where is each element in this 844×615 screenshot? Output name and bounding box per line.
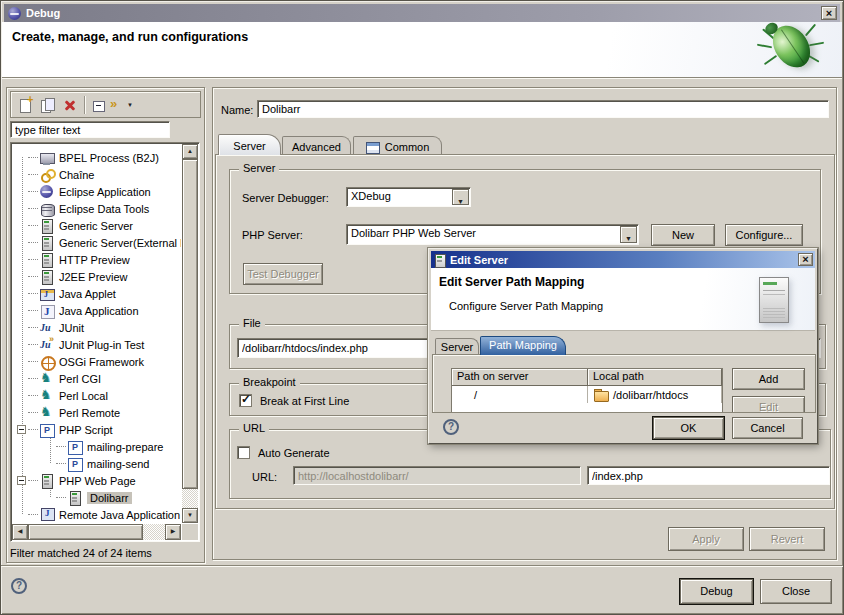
mapping-column-header[interactable]: Path on server <box>452 369 588 386</box>
php-server-select[interactable]: Dolibarr PHP Web Server <box>346 224 639 245</box>
path-mapping-table[interactable]: Path on serverLocal path //dolibarr/htdo… <box>451 368 723 413</box>
tree-item-j2ee-preview[interactable]: J2EE Preview <box>12 268 181 285</box>
edit-mapping-button: Edit <box>732 396 805 413</box>
tree-connector <box>28 412 38 413</box>
tree-item-junit[interactable]: JUnit <box>12 319 181 336</box>
tree-item-label: Eclipse Application <box>59 186 151 198</box>
applet-icon <box>39 286 55 302</box>
duplicate-launch-configuration-button[interactable] <box>37 95 59 115</box>
window-titlebar[interactable]: Debug × <box>4 4 840 22</box>
tree-item-mailing-prepare[interactable]: mailing-prepare <box>12 438 181 455</box>
tab-label: Path Mapping <box>489 339 557 351</box>
toolbar-separator <box>84 96 85 114</box>
tree-item-junit-plug-in-test[interactable]: JUnit Plug-in Test <box>12 336 181 353</box>
debug-button[interactable]: Debug <box>680 579 753 604</box>
filter-launch-configurations-icon <box>109 97 125 113</box>
tree-item-php-web-page[interactable]: PHP Web Page <box>12 472 181 489</box>
add-mapping-button[interactable]: Add <box>732 368 805 390</box>
collapse-all-button[interactable] <box>88 95 110 115</box>
mapping-row[interactable]: //dolibarr/htdocs <box>452 386 722 403</box>
vertical-scroll-thumb[interactable] <box>182 159 198 489</box>
auto-generate-checkbox[interactable] <box>237 446 250 459</box>
tree-item-remote-java-application[interactable]: Remote Java Application <box>12 506 181 523</box>
edit-server-titlebar[interactable]: Edit Server × <box>431 251 815 268</box>
break-first-line-checkbox[interactable] <box>239 394 252 407</box>
new-server-button[interactable]: New <box>651 224 715 246</box>
delete-launch-configuration-button[interactable] <box>59 95 81 115</box>
tree-vertical-scrollbar[interactable]: ▲ ▼ <box>182 144 198 523</box>
tree-item-cha-ne[interactable]: Chaîne <box>12 166 181 183</box>
tab-server[interactable]: Server <box>435 338 479 355</box>
debug-dialog-window: Debug × Create, manage, and run configur… <box>0 0 844 615</box>
tree-connector <box>56 446 66 447</box>
tab-common[interactable]: Common <box>353 136 442 155</box>
tree-item-osgi-framework[interactable]: OSGi Framework <box>12 353 181 370</box>
tree-item-perl-cgi[interactable]: Perl CGI <box>12 370 181 387</box>
scroll-left-icon[interactable]: ◀ <box>12 524 28 540</box>
server-icon <box>39 473 55 489</box>
ok-button[interactable]: OK <box>653 417 724 439</box>
mapping-column-header[interactable]: Local path <box>588 369 722 386</box>
scroll-right-icon[interactable]: ▶ <box>165 524 181 540</box>
tree-item-label: PHP Web Page <box>59 475 136 487</box>
close-dialog-icon[interactable]: × <box>798 253 813 266</box>
bpel-icon <box>39 150 55 166</box>
close-button[interactable]: Close <box>760 579 832 604</box>
server-debugger-value: XDebug <box>351 190 391 202</box>
dropdown-arrow-icon[interactable] <box>127 102 133 108</box>
tree-item-dolibarr[interactable]: Dolibarr <box>12 489 181 506</box>
tree-item-php-script[interactable]: PHP Script <box>12 421 181 438</box>
file-group-label: File <box>239 317 265 329</box>
configuration-tree: BPEL Process (B2J)ChaîneEclipse Applicat… <box>10 142 200 542</box>
filter-launch-configurations-button[interactable] <box>110 95 132 115</box>
tab-advanced[interactable]: Advanced <box>282 136 351 155</box>
cancel-button[interactable]: Cancel <box>732 417 803 439</box>
tree-item-perl-local[interactable]: Perl Local <box>12 387 181 404</box>
chevron-down-icon[interactable] <box>620 226 637 243</box>
configure-server-button[interactable]: Configure... <box>725 224 803 246</box>
tree-item-label: Dolibarr <box>87 492 132 504</box>
horizontal-scroll-thumb[interactable] <box>28 524 143 540</box>
osgi-icon <box>39 354 55 370</box>
tree-item-java-application[interactable]: Java Application <box>12 302 181 319</box>
tree-item-perl-remote[interactable]: Perl Remote <box>12 404 181 421</box>
tab-label: Advanced <box>292 141 341 153</box>
url-label: URL: <box>252 471 277 483</box>
help-icon[interactable]: ? <box>11 578 27 594</box>
close-window-icon[interactable]: × <box>821 6 837 20</box>
tab-path-mapping[interactable]: Path Mapping <box>480 336 566 355</box>
scroll-down-icon[interactable]: ▼ <box>182 508 198 523</box>
apply-button: Apply <box>668 527 744 551</box>
editor-tabs: ServerAdvancedCommon <box>213 134 836 155</box>
tree-connector <box>28 225 38 226</box>
window-title: Debug <box>26 7 821 19</box>
url-path-input[interactable] <box>587 466 830 485</box>
tree-item-java-applet[interactable]: Java Applet <box>12 285 181 302</box>
tree-connector <box>28 276 38 277</box>
tree-item-generic-server[interactable]: Generic Server <box>12 217 181 234</box>
tree-item-label: Perl Local <box>59 390 108 402</box>
tree-item-eclipse-application[interactable]: Eclipse Application <box>12 183 181 200</box>
tree-item-http-preview[interactable]: HTTP Preview <box>12 251 181 268</box>
name-input[interactable] <box>257 100 829 118</box>
tree-item-eclipse-data-tools[interactable]: Eclipse Data Tools <box>12 200 181 217</box>
tree-expander-icon[interactable] <box>17 476 26 485</box>
remote-java-icon <box>39 507 55 523</box>
tree-item-bpel-process-b2j[interactable]: BPEL Process (B2J) <box>12 149 181 166</box>
tree-connector <box>56 463 66 464</box>
dialog-help-icon[interactable]: ? <box>443 419 459 435</box>
server-icon <box>39 269 55 285</box>
filter-input[interactable] <box>10 121 170 138</box>
tab-server[interactable]: Server <box>218 134 281 155</box>
tree-connector <box>28 480 38 481</box>
chevron-down-icon[interactable] <box>452 189 469 205</box>
tree-item-generic-server-external-la[interactable]: Generic Server(External La <box>12 234 181 251</box>
tree-expander-icon[interactable] <box>17 425 26 434</box>
tree-item-label: JUnit Plug-in Test <box>59 339 144 351</box>
keys-icon <box>39 167 55 183</box>
scroll-up-icon[interactable]: ▲ <box>182 144 198 159</box>
server-debugger-select[interactable]: XDebug <box>346 187 471 207</box>
tree-horizontal-scrollbar[interactable]: ◀ ▶ <box>12 524 181 540</box>
tree-item-mailing-send[interactable]: mailing-send <box>12 455 181 472</box>
new-launch-configuration-button[interactable] <box>15 95 37 115</box>
